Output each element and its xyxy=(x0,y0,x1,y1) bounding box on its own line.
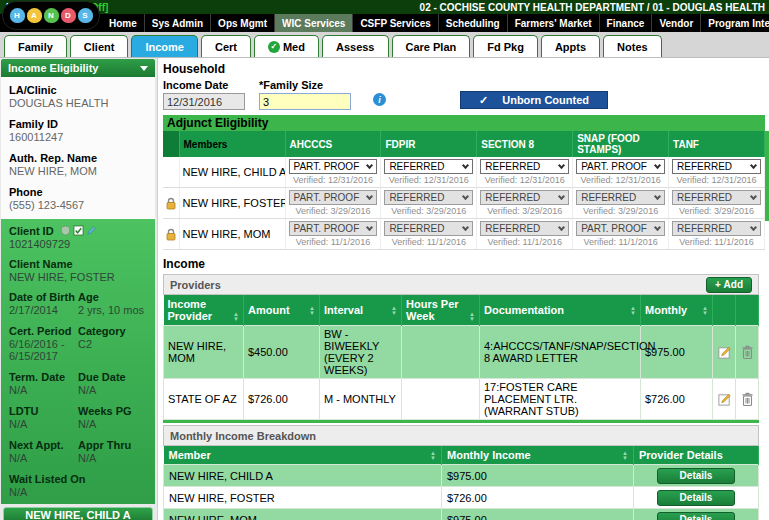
menu-farmers-market[interactable]: Farmers' Market xyxy=(508,14,600,32)
chevron-down-icon xyxy=(558,192,565,199)
details-button[interactable]: Details xyxy=(657,512,735,520)
delete-icon[interactable] xyxy=(741,345,754,360)
verified-date: Verified: 3/29/2016 xyxy=(576,206,665,216)
adjunct-title: Adjunct Eligibility xyxy=(163,115,765,131)
tab-income[interactable]: Income xyxy=(131,35,198,57)
info-icon[interactable]: i xyxy=(373,93,386,106)
verified-date: Verified: 11/1/2016 xyxy=(672,237,761,247)
sort-icon[interactable] xyxy=(391,306,397,316)
details-button[interactable]: Details xyxy=(657,490,735,506)
fdpir-select[interactable]: REFERRED xyxy=(384,159,473,174)
ahcccs-select: PART. PROOF xyxy=(289,190,378,205)
client-name-value: NEW HIRE, FOSTER xyxy=(9,271,147,283)
col-amount: Amount xyxy=(244,295,320,326)
tab-family[interactable]: Family xyxy=(4,35,67,57)
snap-select: PART. PROOF xyxy=(576,221,665,236)
appr-thru-value: N/A xyxy=(78,452,147,464)
verified-date: Verified: 3/29/2016 xyxy=(289,206,378,216)
verified-date: Verified: 12/31/2016 xyxy=(480,175,569,185)
menu-csfp-services[interactable]: CSFP Services xyxy=(353,14,438,32)
tab-notes[interactable]: Notes xyxy=(603,35,662,57)
income-row: NEW HIRE, MOM $450.00 BW - BIWEEKLY (EVE… xyxy=(164,326,759,379)
tanf-select[interactable]: REFERRED xyxy=(672,159,761,174)
appr-thru-label: Appr Thru xyxy=(78,439,147,451)
menu-home[interactable]: Home xyxy=(102,14,145,32)
logo-letter-icon: D xyxy=(61,8,76,23)
chevron-down-icon xyxy=(366,192,373,199)
dob-label: Date of Birth xyxy=(9,291,78,303)
client-info-panel: Client ID 1021409729 Client Name NEW HIR… xyxy=(1,219,155,504)
chevron-down-icon xyxy=(558,161,565,168)
col-monthly: Monthly xyxy=(641,295,713,326)
menu-wic-services[interactable]: WIC Services xyxy=(275,14,353,32)
ldtu-label: LDTU xyxy=(9,405,78,417)
adjunct-member-name: NEW HIRE, MOM xyxy=(179,219,285,250)
edit-icon[interactable] xyxy=(717,345,732,360)
verified-date: Verified: 12/31/2016 xyxy=(672,175,761,185)
verified-date: Verified: 11/1/2016 xyxy=(480,237,569,247)
verified-date: Verified: 3/29/2016 xyxy=(480,206,569,216)
sort-icon[interactable] xyxy=(430,451,436,461)
ldtu-value: N/A xyxy=(9,418,78,430)
logo-letter-icon: A xyxy=(27,8,42,23)
tab-client[interactable]: Client xyxy=(70,35,129,57)
chevron-down-icon xyxy=(140,66,148,71)
verified-date: Verified: 11/1/2016 xyxy=(384,237,473,247)
chevron-down-icon xyxy=(462,161,469,168)
tab-assess[interactable]: Assess xyxy=(322,35,389,57)
col-interval: Interval xyxy=(320,295,402,326)
sidebar-section-dropdown[interactable]: Income Eligibility xyxy=(1,59,155,77)
edit-icon[interactable] xyxy=(717,392,732,407)
details-button[interactable]: Details xyxy=(657,468,735,484)
income-date-input[interactable] xyxy=(163,93,245,110)
section8-select[interactable]: REFERRED xyxy=(480,159,569,174)
menu-sys-admin[interactable]: Sys Admin xyxy=(145,14,211,32)
sort-icon[interactable] xyxy=(622,451,628,461)
tab-cert[interactable]: Cert xyxy=(201,35,251,57)
income-hours xyxy=(402,379,480,420)
chevron-down-icon xyxy=(366,223,373,230)
wait-listed-value: N/A xyxy=(9,486,147,498)
tab-bar: Family Client Income Cert ✓Med Assess Ca… xyxy=(0,32,769,58)
delete-icon[interactable] xyxy=(741,392,754,407)
col-hours-per-week: Hours Per Week xyxy=(402,295,480,326)
menu-scheduling[interactable]: Scheduling xyxy=(439,14,508,32)
chevron-down-icon xyxy=(558,223,565,230)
client-id-value: 1021409729 xyxy=(9,238,147,250)
ahcccs-select[interactable]: PART. PROOF xyxy=(289,159,378,174)
tab-appts[interactable]: Appts xyxy=(541,35,600,57)
tab-med[interactable]: ✓Med xyxy=(254,35,319,57)
income-monthly: $975.00 xyxy=(641,326,713,379)
member-button-child-a[interactable]: NEW HIRE, CHILD A xyxy=(3,507,153,520)
la-clinic-label: LA/Clinic xyxy=(9,84,147,96)
income-provider: STATE OF AZ xyxy=(164,379,244,420)
check-icon: ✓ xyxy=(479,94,488,107)
menu-program-integrity[interactable]: Program Integrity xyxy=(701,14,769,32)
snap-select[interactable]: PART. PROOF xyxy=(576,159,665,174)
sort-icon[interactable] xyxy=(233,312,239,322)
snap-select: REFERRED xyxy=(576,190,665,205)
tab-care-plan[interactable]: Care Plan xyxy=(392,35,471,57)
menu-vendor[interactable]: Vendor xyxy=(652,14,701,32)
income-documentation: 4:AHCCCS/TANF/SNAP/SECTION 8 AWARD LETTE… xyxy=(480,326,641,379)
menu-finance[interactable]: Finance xyxy=(600,14,653,32)
family-id-value: 160011247 xyxy=(9,131,147,143)
sort-icon[interactable] xyxy=(309,306,315,316)
cert-period-value: 6/16/2016 - 6/15/2017 xyxy=(9,338,78,362)
menu-ops-mgmt[interactable]: Ops Mgmt xyxy=(211,14,275,32)
breakdown-monthly: $975.00 xyxy=(442,465,634,487)
due-date-label: Due Date xyxy=(78,371,147,383)
add-provider-button[interactable]: + Add xyxy=(706,277,752,293)
weeks-pg-label: Weeks PG xyxy=(78,405,147,417)
auth-rep-label: Auth. Rep. Name xyxy=(9,152,147,164)
unborn-counted-button[interactable]: ✓ Unborn Counted xyxy=(460,91,608,109)
weeks-pg-value: N/A xyxy=(78,418,147,430)
verified-date: Verified: 11/1/2016 xyxy=(289,237,378,247)
family-size-input[interactable] xyxy=(259,93,351,110)
tab-fd-pkg[interactable]: Fd Pkg xyxy=(473,35,538,57)
category-value: C2 xyxy=(78,338,147,350)
main-menu: Home Sys Admin Ops Mgmt WIC Services CSF… xyxy=(0,14,769,32)
sort-icon[interactable] xyxy=(702,306,708,316)
sort-icon[interactable] xyxy=(630,306,636,316)
sort-icon[interactable] xyxy=(469,312,475,322)
